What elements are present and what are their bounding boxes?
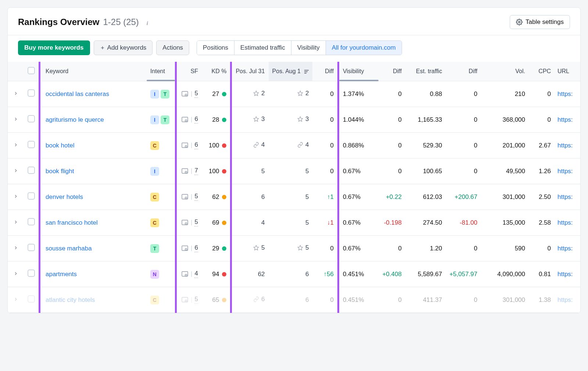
url-link[interactable]: https: [557,245,573,252]
row-checkbox[interactable] [28,115,35,122]
url-link[interactable]: https: [557,219,573,226]
table-row: san francisco hotelC|56945↓10.67%-0.1982… [8,210,580,236]
row-checkbox[interactable] [28,218,35,225]
kd-value: 27 [212,90,226,98]
keyword-link[interactable]: book flight [46,168,74,175]
add-keywords-button[interactable]: Add keywords [94,40,153,55]
serp-features[interactable]: |6 [181,115,198,124]
pos-aug1: 4 [297,141,309,149]
kd-dot-icon [222,246,226,251]
serp-features[interactable]: |5 [181,218,198,226]
keyword-link[interactable]: atlantic city hotels [46,296,95,303]
keyword-link[interactable]: agriturismo le querce [46,116,104,123]
table-row: sousse marhabaT|6295500.67%01.2005900htt… [8,236,580,261]
traffic-diff: +5,057.97 [449,271,477,278]
col-traffic-diff[interactable]: Diff [446,62,481,81]
serp-features[interactable]: |7 [181,167,198,175]
col-pos-diff[interactable]: Diff [312,62,338,81]
kd-value: 94 [212,271,226,278]
seg-estimated-traffic[interactable]: Estimated traffic [234,41,291,55]
seg-all-for-yourdomain-com[interactable]: All for yourdomain.com [326,41,402,55]
url-link[interactable]: https: [557,142,573,149]
url-link[interactable]: https: [557,271,573,278]
col-visibility[interactable]: Visibility [338,62,379,81]
volume-value: 301,000 [481,287,529,313]
kd-dot-icon [222,221,226,225]
url-link[interactable]: https: [557,90,573,97]
sort-icon [304,70,309,74]
col-url[interactable]: URL [555,62,580,81]
svg-line-5 [187,95,187,96]
keyword-link[interactable]: occidental las canteras [46,90,109,97]
cpc-value: 0 [529,107,555,133]
traffic-value: 1,165.33 [405,107,446,133]
kd-dot-icon [222,169,226,174]
actions-button[interactable]: Actions [156,40,189,55]
seg-visibility[interactable]: Visibility [291,41,326,55]
visibility-diff: +0.22 [386,193,402,200]
traffic-value: 5,589.67 [405,261,446,287]
col-pos1[interactable]: Pos. Jul 31 [231,62,269,81]
url-link[interactable]: https: [557,168,573,175]
col-pos2[interactable]: Pos. Aug 1 [269,62,313,81]
keyword-link[interactable]: apartments [46,271,77,278]
serp-features[interactable]: |5 [181,296,198,304]
keyword-link[interactable]: sousse marhaba [46,245,92,252]
row-checkbox[interactable] [28,295,35,303]
url-link[interactable]: https: [557,116,573,123]
serp-features[interactable]: |4 [181,270,198,278]
traffic-diff: 0 [474,245,477,252]
serp-features[interactable]: |6 [181,141,198,149]
serp-features[interactable]: |5 [181,193,198,201]
row-checkbox[interactable] [28,244,35,251]
url-link[interactable]: https: [557,296,573,303]
expand-toggle[interactable] [8,158,24,184]
serp-features[interactable]: |6 [181,244,198,252]
visibility-value: 0.67% [338,236,379,261]
url-link[interactable]: https: [557,193,573,200]
col-sf[interactable]: SF [176,62,202,81]
pos-diff: 0 [330,168,333,175]
expand-toggle[interactable] [8,81,24,107]
col-vis-diff[interactable]: Diff [379,62,405,81]
row-checkbox[interactable] [28,167,35,174]
seg-positions[interactable]: Positions [197,41,234,55]
view-segment: PositionsEstimated trafficVisibilityAll … [197,40,402,55]
visibility-value: 0.451% [338,261,379,287]
visibility-value: 1.044% [338,107,379,133]
page-title: Rankings Overview [18,17,99,27]
select-all-checkbox[interactable] [28,67,35,74]
pos-jul31: 4 [253,141,265,149]
keyword-link[interactable]: san francisco hotel [46,219,98,226]
col-keyword[interactable]: Keyword [40,62,147,81]
row-checkbox[interactable] [28,270,35,277]
table-row: denver hotelsC|56265↑10.67%+0.22612.03+2… [8,184,580,210]
visibility-value: 0.67% [338,184,379,210]
keyword-link[interactable]: denver hotels [46,193,83,200]
col-intent[interactable]: Intent [147,62,176,81]
expand-toggle[interactable] [8,133,24,158]
row-checkbox[interactable] [28,141,35,148]
row-checkbox[interactable] [28,192,35,200]
volume-value: 590 [481,236,529,261]
row-checkbox[interactable] [28,89,35,97]
table-settings-button[interactable]: Table settings [510,15,570,29]
col-kd[interactable]: KD % [202,62,231,81]
traffic-diff: 0 [474,168,477,175]
intent-badge-i: I [150,90,159,99]
visibility-diff: 0 [398,168,401,175]
buy-keywords-button[interactable]: Buy more keywords [18,40,90,55]
expand-toggle[interactable] [8,107,24,133]
expand-toggle[interactable] [8,184,24,210]
intent-badge-i: I [150,167,159,176]
serp-features[interactable]: |5 [181,90,198,98]
keyword-link[interactable]: book hotel [46,142,74,149]
info-icon[interactable]: i [144,20,151,27]
expand-toggle[interactable] [8,236,24,261]
col-cpc[interactable]: CPC [529,62,555,81]
expand-toggle[interactable] [8,287,24,313]
expand-toggle[interactable] [8,210,24,236]
col-vol[interactable]: Vol. [481,62,529,81]
col-traffic[interactable]: Est. traffic [405,62,446,81]
expand-toggle[interactable] [8,261,24,287]
